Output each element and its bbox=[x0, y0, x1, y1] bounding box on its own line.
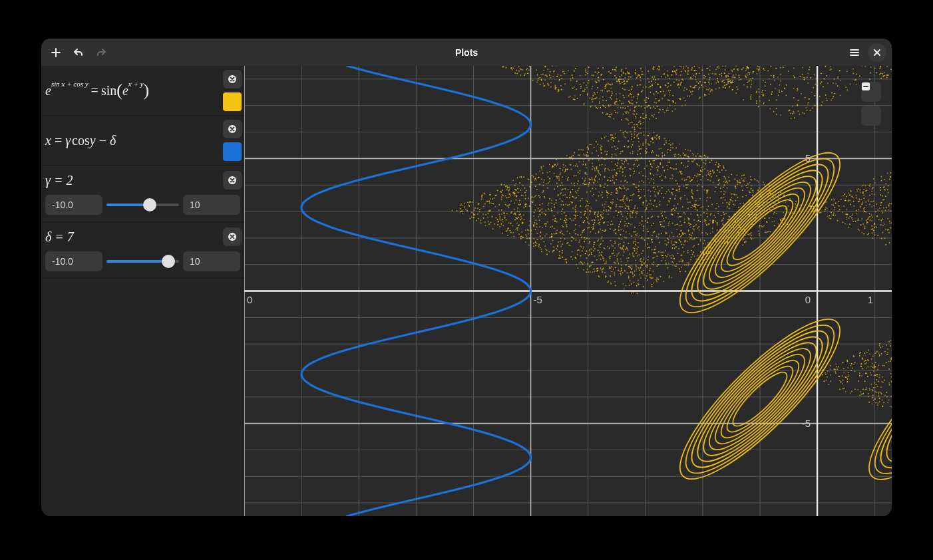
svg-point-6148 bbox=[517, 73, 518, 74]
svg-point-3857 bbox=[877, 369, 878, 370]
svg-point-11498 bbox=[585, 253, 586, 254]
svg-point-10993 bbox=[652, 277, 653, 279]
svg-point-10559 bbox=[669, 143, 670, 144]
svg-point-3674 bbox=[861, 394, 862, 395]
svg-point-9649 bbox=[579, 155, 580, 156]
equation-row[interactable]: x = γ cos y − δ bbox=[41, 116, 244, 166]
delete-slider-button[interactable] bbox=[223, 227, 242, 246]
plot-canvas[interactable]: 5-50-501 bbox=[244, 66, 892, 516]
equation-display[interactable]: esin x + cos y = sin(ex + y) bbox=[41, 66, 223, 115]
svg-point-10032 bbox=[673, 189, 674, 190]
svg-point-1777 bbox=[882, 196, 883, 197]
svg-point-2450 bbox=[864, 352, 865, 354]
svg-point-11290 bbox=[557, 246, 558, 247]
slider-track[interactable] bbox=[106, 197, 179, 213]
svg-point-11610 bbox=[684, 241, 685, 243]
svg-point-10981 bbox=[658, 251, 659, 253]
svg-point-5111 bbox=[709, 77, 711, 78]
svg-point-11281 bbox=[567, 231, 568, 232]
svg-point-11273 bbox=[649, 133, 650, 134]
svg-point-10127 bbox=[638, 279, 639, 281]
delete-equation-button[interactable] bbox=[223, 70, 242, 88]
svg-point-10414 bbox=[520, 236, 521, 237]
delete-equation-button[interactable] bbox=[223, 120, 242, 138]
slider-max-input[interactable]: 10 bbox=[183, 195, 240, 215]
svg-point-5488 bbox=[589, 98, 590, 99]
svg-point-11206 bbox=[616, 165, 618, 166]
svg-point-10607 bbox=[614, 229, 616, 230]
svg-point-10525 bbox=[694, 255, 695, 257]
svg-point-11552 bbox=[634, 275, 636, 276]
color-swatch[interactable] bbox=[223, 92, 242, 111]
menu-button[interactable] bbox=[845, 43, 864, 62]
delete-slider-button[interactable] bbox=[223, 171, 242, 190]
svg-point-6923 bbox=[609, 90, 610, 92]
svg-point-6330 bbox=[561, 89, 562, 90]
svg-point-6209 bbox=[657, 78, 659, 80]
svg-point-10705 bbox=[665, 193, 666, 194]
equation-row[interactable]: esin x + cos y = sin(ex + y) bbox=[41, 66, 244, 116]
svg-point-403 bbox=[850, 191, 852, 192]
svg-point-10630 bbox=[675, 164, 677, 165]
undo-button[interactable] bbox=[69, 43, 88, 62]
add-button[interactable] bbox=[47, 43, 65, 62]
svg-point-11251 bbox=[570, 256, 572, 257]
svg-point-11506 bbox=[626, 206, 628, 207]
svg-point-11583 bbox=[502, 225, 504, 226]
slider-min-input[interactable]: -10.0 bbox=[45, 195, 102, 215]
svg-point-10701 bbox=[644, 270, 645, 271]
slider-track[interactable] bbox=[106, 253, 179, 269]
svg-point-4055 bbox=[879, 345, 880, 347]
svg-point-9663 bbox=[600, 145, 602, 146]
svg-point-11351 bbox=[574, 230, 575, 231]
svg-point-4925 bbox=[550, 71, 551, 72]
svg-point-5075 bbox=[621, 69, 622, 70]
svg-point-10712 bbox=[479, 209, 480, 210]
svg-point-12261 bbox=[776, 99, 777, 100]
svg-point-10708 bbox=[634, 134, 635, 135]
svg-point-2098 bbox=[848, 217, 850, 219]
svg-point-3709 bbox=[868, 396, 869, 397]
close-button[interactable] bbox=[868, 43, 886, 62]
slider-max-input[interactable]: 10 bbox=[183, 251, 240, 271]
svg-point-10824 bbox=[665, 263, 667, 264]
svg-point-10504 bbox=[636, 266, 637, 267]
svg-point-7216 bbox=[672, 100, 673, 102]
svg-point-11282 bbox=[642, 237, 643, 238]
svg-point-10195 bbox=[580, 211, 582, 213]
svg-point-10405 bbox=[700, 240, 701, 241]
svg-point-9955 bbox=[620, 261, 622, 262]
svg-point-9874 bbox=[609, 268, 610, 269]
svg-point-10123 bbox=[695, 204, 697, 206]
svg-point-11973 bbox=[622, 248, 623, 249]
svg-point-10440 bbox=[571, 202, 572, 204]
color-swatch[interactable] bbox=[223, 142, 242, 161]
svg-point-11954 bbox=[681, 162, 682, 164]
svg-point-10145 bbox=[606, 210, 607, 211]
svg-point-12243 bbox=[733, 74, 734, 76]
svg-point-11001 bbox=[540, 168, 542, 169]
redo-button[interactable] bbox=[92, 43, 110, 62]
svg-point-11402 bbox=[651, 152, 652, 154]
slider-min-input[interactable]: -10.0 bbox=[45, 251, 102, 271]
svg-point-11628 bbox=[573, 165, 574, 166]
svg-point-11544 bbox=[655, 158, 657, 160]
svg-point-6744 bbox=[683, 90, 685, 91]
svg-point-404 bbox=[890, 227, 892, 229]
svg-point-4049 bbox=[840, 382, 842, 383]
equation-display[interactable]: x = γ cos y − δ bbox=[41, 116, 223, 165]
svg-point-7036 bbox=[703, 86, 704, 88]
svg-point-11455 bbox=[523, 176, 524, 178]
svg-point-9887 bbox=[614, 281, 616, 283]
svg-point-11559 bbox=[603, 267, 604, 269]
svg-point-11844 bbox=[608, 225, 609, 226]
svg-point-2671 bbox=[864, 380, 866, 382]
zoom-out-button[interactable] bbox=[861, 106, 881, 126]
svg-point-1484 bbox=[858, 188, 859, 190]
svg-point-6787 bbox=[591, 99, 592, 100]
svg-point-11738 bbox=[698, 184, 699, 185]
svg-point-157 bbox=[884, 199, 885, 200]
svg-point-10262 bbox=[594, 241, 596, 243]
svg-point-10323 bbox=[614, 183, 615, 184]
svg-point-6340 bbox=[626, 68, 627, 69]
